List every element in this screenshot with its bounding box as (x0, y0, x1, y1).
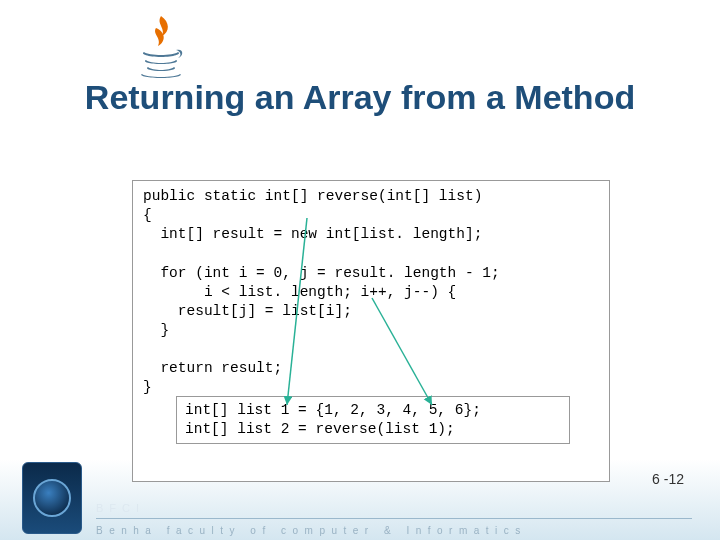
slide-title: Returning an Array from a Method (0, 78, 720, 117)
footer: BFCI Benha faculty of computer & Informa… (0, 490, 720, 540)
footer-text: Benha faculty of computer & Informatics (96, 525, 527, 536)
page-number: 6 -12 (652, 471, 684, 487)
code-block-sub: int[] list 1 = {1, 2, 3, 4, 5, 6}; int[]… (176, 396, 570, 444)
java-logo-icon (136, 14, 186, 78)
footer-acronym: BFCI (96, 502, 145, 514)
footer-divider (96, 518, 692, 519)
footer-badge-icon (22, 462, 82, 534)
